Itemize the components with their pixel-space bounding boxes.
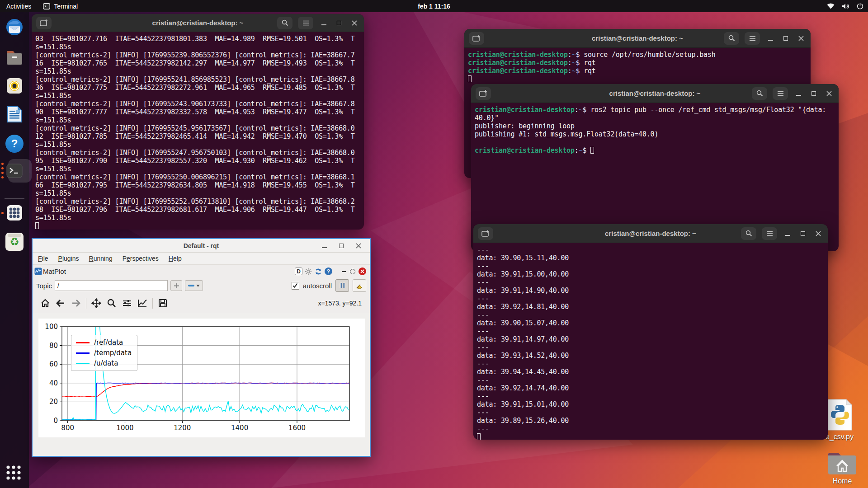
activities-button[interactable]: Activities <box>6 3 31 10</box>
plugin-float-button[interactable] <box>349 267 356 277</box>
close-icon <box>360 269 364 273</box>
plot-canvas[interactable]: 8001000120014001600020406080100 /ref/dat… <box>38 319 365 437</box>
terminal-line: 03 ISE=981027.716 ITAE=54452237981801.38… <box>35 35 360 43</box>
customize-button[interactable] <box>137 298 148 309</box>
terminal-line: 95 ISE=981027.790 ITAE=54452237982557.32… <box>35 157 360 165</box>
settings-gear-icon[interactable] <box>305 268 312 275</box>
maximize-button[interactable] <box>809 89 819 99</box>
new-tab-button[interactable] <box>478 227 493 240</box>
terminal-line: 36 ISE=981027.775 ITAE=54452237982272.96… <box>35 84 360 92</box>
terminal-line <box>477 433 824 440</box>
dock-d-button[interactable]: D <box>295 267 302 275</box>
menu-perspectives[interactable]: Perspectives <box>123 255 159 262</box>
home-button[interactable] <box>40 298 51 309</box>
plugin-title: MatPlot <box>43 267 66 275</box>
save-button[interactable] <box>157 298 168 309</box>
desktop-file-label: e_csv.py <box>826 433 854 441</box>
minimize-button[interactable] <box>783 229 793 239</box>
close-button[interactable] <box>354 241 363 251</box>
remove-topic-dropdown[interactable] <box>185 280 203 291</box>
terminal-titlebar[interactable]: cristian@cristian-desktop: ~ <box>32 14 364 32</box>
search-button[interactable] <box>724 32 739 45</box>
terminal-titlebar[interactable]: cristian@cristian-desktop: ~ <box>471 84 839 103</box>
menu-button[interactable] <box>745 32 760 45</box>
terminal-output[interactable]: cristian@cristian-desktop:~$ source /opt… <box>464 48 811 86</box>
maximize-button[interactable] <box>334 18 344 28</box>
terminal-line: --- <box>477 311 824 319</box>
maximize-button[interactable] <box>336 241 346 251</box>
new-tab-button[interactable] <box>476 87 491 100</box>
close-button[interactable] <box>796 33 806 43</box>
line-chart-icon <box>137 299 147 308</box>
plugin-close-button[interactable] <box>359 267 366 275</box>
dock-item-trash[interactable]: ♻ <box>5 233 24 251</box>
terminal-output[interactable]: ---data: 39.90,15.11,40.00---data: 39.91… <box>473 243 828 440</box>
dock-item-thunderbird[interactable] <box>5 18 24 36</box>
matplot-plugin-titlebar: MatPlot D ? <box>33 265 370 278</box>
terminal-titlebar[interactable]: cristian@cristian-desktop: ~ <box>473 224 828 243</box>
new-tab-button[interactable] <box>36 17 52 29</box>
clock[interactable]: feb 1 11:16 <box>418 3 450 10</box>
rqt-titlebar[interactable]: Default - rqt <box>33 239 370 253</box>
dock-item-libreoffice-writer[interactable] <box>5 105 24 123</box>
minimize-button[interactable] <box>765 33 775 43</box>
menu-plugins[interactable]: Plugins <box>58 255 79 262</box>
forward-button[interactable] <box>71 298 81 309</box>
dock-item-files[interactable] <box>5 49 24 67</box>
dock-item-help[interactable]: ? <box>5 135 24 153</box>
legend-label: /ref/data <box>94 338 123 347</box>
plugin-minimize-button[interactable] <box>340 267 347 277</box>
minimize-button[interactable] <box>319 241 329 251</box>
terminal-titlebar[interactable]: cristian@cristian-desktop: ~ <box>464 29 811 48</box>
zoom-button[interactable] <box>106 298 117 309</box>
menu-button[interactable] <box>762 227 777 240</box>
close-button[interactable] <box>824 89 834 99</box>
help-button[interactable]: ? <box>325 267 332 275</box>
volume-icon[interactable] <box>842 3 849 9</box>
clear-plot-button[interactable] <box>353 279 366 292</box>
search-button[interactable] <box>752 87 767 100</box>
pan-button[interactable] <box>91 298 102 309</box>
close-button[interactable] <box>349 18 359 28</box>
pause-button[interactable] <box>335 279 349 292</box>
autoscroll-checkbox[interactable] <box>292 282 299 290</box>
terminal-line: --- <box>477 376 824 384</box>
minus-icon <box>188 285 194 286</box>
terminal-cursor <box>590 147 594 154</box>
dock-item-terminal-active[interactable] <box>5 162 24 180</box>
refresh-icon[interactable] <box>314 267 322 276</box>
chevron-down-icon <box>196 285 200 287</box>
terminal-line: --- <box>477 278 824 286</box>
search-button[interactable] <box>741 227 756 240</box>
topic-input[interactable] <box>55 280 168 291</box>
desktop-home-folder[interactable]: Home <box>822 451 863 485</box>
add-topic-button[interactable] <box>170 280 182 291</box>
new-tab-button[interactable] <box>469 32 484 45</box>
terminal-line: data: 39.91,15.00,40.00 <box>477 270 824 278</box>
terminal-output[interactable]: 03 ISE=981027.716 ITAE=54452237981801.38… <box>32 32 364 230</box>
menu-running[interactable]: Running <box>89 255 113 262</box>
minimize-icon <box>785 235 790 236</box>
close-button[interactable] <box>813 229 823 239</box>
back-button[interactable] <box>55 298 66 309</box>
subplots-button[interactable] <box>122 298 132 309</box>
menu-button[interactable] <box>298 17 313 29</box>
menu-file[interactable]: File <box>38 255 48 262</box>
minimize-button[interactable] <box>793 89 803 99</box>
wifi-icon[interactable] <box>827 3 835 9</box>
maximize-button[interactable] <box>781 33 791 43</box>
menu-button[interactable] <box>773 87 788 100</box>
focused-app-menu[interactable]: Terminal <box>43 3 78 10</box>
legend-line-sample <box>76 352 90 354</box>
dock-item-app-grid[interactable] <box>5 204 24 222</box>
terminal-output[interactable]: cristian@cristian-desktop:~$ ros2 topic … <box>471 103 839 157</box>
menu-help[interactable]: Help <box>169 255 182 262</box>
dock-item-rhythmbox[interactable] <box>5 77 24 95</box>
minimize-button[interactable] <box>319 18 329 28</box>
running-indicator-dot <box>1 163 4 165</box>
show-applications-button[interactable] <box>5 465 24 483</box>
search-button[interactable] <box>277 17 292 29</box>
power-icon[interactable] <box>857 3 863 9</box>
maximize-button[interactable] <box>798 229 808 239</box>
terminal-title: cristian@cristian-desktop: ~ <box>609 89 701 97</box>
